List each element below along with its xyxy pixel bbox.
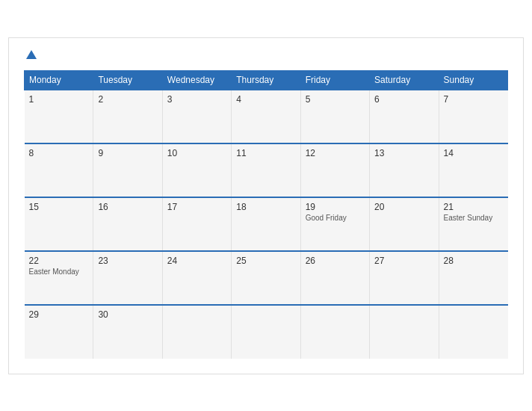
calendar-cell — [300, 305, 369, 359]
col-header-thursday: Thursday — [232, 70, 300, 90]
col-header-monday: Monday — [25, 70, 93, 90]
day-number: 9 — [98, 148, 157, 158]
day-number: 14 — [444, 148, 504, 158]
calendar-cell: 10 — [162, 143, 231, 197]
calendar-cell: 28 — [439, 251, 507, 305]
day-number: 25 — [236, 256, 295, 266]
day-number: 21 — [444, 202, 504, 212]
day-number: 17 — [167, 202, 226, 212]
day-number: 23 — [98, 256, 157, 266]
calendar-cell: 12 — [300, 143, 369, 197]
logo-blue-text — [24, 50, 37, 60]
calendar-container: MondayTuesdayWednesdayThursdayFridaySatu… — [8, 37, 524, 374]
day-event: Good Friday — [306, 214, 365, 222]
week-row-4: 22Easter Monday232425262728 — [25, 251, 508, 305]
calendar-cell: 5 — [300, 90, 369, 143]
col-header-tuesday: Tuesday — [93, 70, 162, 90]
week-row-5: 2930 — [25, 305, 508, 359]
calendar-cell: 2 — [93, 90, 162, 143]
calendar-grid: MondayTuesdayWednesdayThursdayFridaySatu… — [24, 70, 508, 359]
calendar-cell: 18 — [232, 197, 300, 251]
calendar-cell: 24 — [162, 251, 231, 305]
day-number: 5 — [306, 94, 365, 105]
day-number: 8 — [29, 148, 89, 158]
col-header-saturday: Saturday — [370, 70, 439, 90]
calendar-cell — [370, 305, 439, 359]
week-row-2: 891011121314 — [25, 143, 508, 197]
calendar-cell: 1 — [25, 90, 93, 143]
day-event: Easter Sunday — [444, 214, 504, 222]
day-number: 27 — [374, 256, 433, 266]
calendar-cell: 16 — [93, 197, 162, 251]
logo-triangle-icon — [26, 50, 37, 59]
day-number: 7 — [444, 94, 504, 105]
calendar-cell — [162, 305, 231, 359]
calendar-cell: 15 — [25, 197, 93, 251]
calendar-cell: 13 — [370, 143, 439, 197]
calendar-cell: 19Good Friday — [300, 197, 369, 251]
day-number: 29 — [29, 309, 89, 320]
calendar-cell — [232, 305, 300, 359]
day-number: 22 — [29, 256, 89, 266]
calendar-cell: 17 — [162, 197, 231, 251]
day-number: 13 — [374, 148, 433, 158]
calendar-cell: 23 — [93, 251, 162, 305]
calendar-cell: 29 — [25, 305, 93, 359]
calendar-cell: 14 — [439, 143, 507, 197]
calendar-cell: 22Easter Monday — [25, 251, 93, 305]
day-number: 20 — [374, 202, 433, 212]
calendar-cell: 25 — [232, 251, 300, 305]
calendar-cell: 20 — [370, 197, 439, 251]
day-number: 16 — [98, 202, 157, 212]
header-row: MondayTuesdayWednesdayThursdayFridaySatu… — [25, 70, 508, 90]
calendar-header — [24, 50, 508, 60]
day-number: 12 — [306, 148, 365, 158]
day-number: 2 — [98, 94, 157, 105]
day-number: 24 — [167, 256, 226, 266]
calendar-thead: MondayTuesdayWednesdayThursdayFridaySatu… — [25, 70, 508, 90]
day-number: 26 — [306, 256, 365, 266]
day-number: 6 — [374, 94, 433, 105]
day-number: 10 — [167, 148, 226, 158]
day-event: Easter Monday — [29, 268, 89, 276]
calendar-cell: 7 — [439, 90, 507, 143]
col-header-sunday: Sunday — [439, 70, 507, 90]
day-number: 15 — [29, 202, 89, 212]
week-row-3: 1516171819Good Friday2021Easter Sunday — [25, 197, 508, 251]
calendar-tbody: 12345678910111213141516171819Good Friday… — [25, 90, 508, 359]
day-number: 19 — [306, 202, 365, 212]
calendar-cell: 27 — [370, 251, 439, 305]
day-number: 30 — [98, 309, 157, 320]
calendar-cell: 6 — [370, 90, 439, 143]
calendar-cell: 4 — [232, 90, 300, 143]
calendar-cell: 21Easter Sunday — [439, 197, 507, 251]
calendar-cell: 3 — [162, 90, 231, 143]
col-header-friday: Friday — [300, 70, 369, 90]
calendar-cell: 30 — [93, 305, 162, 359]
calendar-cell — [439, 305, 507, 359]
col-header-wednesday: Wednesday — [162, 70, 231, 90]
week-row-1: 1234567 — [25, 90, 508, 143]
day-number: 4 — [236, 94, 295, 105]
day-number: 3 — [167, 94, 226, 105]
calendar-cell: 26 — [300, 251, 369, 305]
calendar-cell: 9 — [93, 143, 162, 197]
day-number: 11 — [236, 148, 295, 158]
calendar-cell: 8 — [25, 143, 93, 197]
day-number: 28 — [444, 256, 504, 266]
day-number: 1 — [29, 94, 89, 105]
calendar-cell: 11 — [232, 143, 300, 197]
day-number: 18 — [236, 202, 295, 212]
logo — [24, 50, 37, 60]
